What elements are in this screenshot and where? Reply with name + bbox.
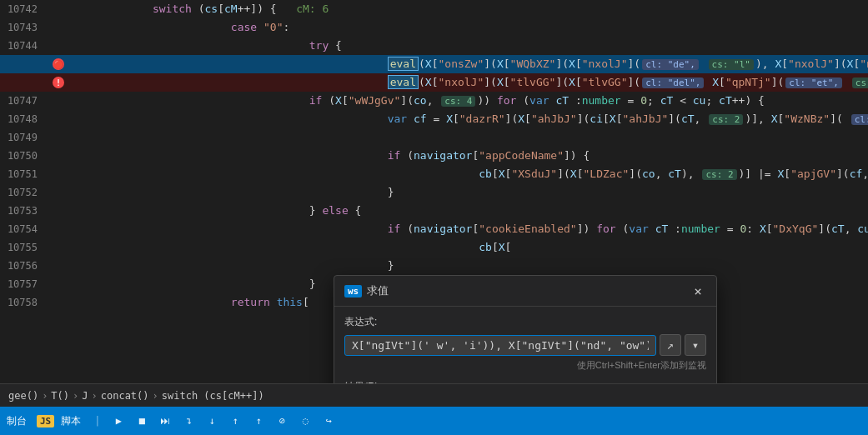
toolbar-js-badge: JS <box>37 415 54 428</box>
code-line-10755: 10755 cb[X[ <box>0 238 868 257</box>
breadcrumb-item-switch[interactable]: switch (cs[cM++]) <box>162 390 264 402</box>
dialog-header: ws 求值 × <box>334 276 716 307</box>
breadcrumb-bar: gee() › T() › J › concat() › switch (cs[… <box>0 383 868 407</box>
code-line-10746: ! eval(X["nxolJ"](X["tlvGG"](X["tlvGG"](… <box>0 73 868 92</box>
toolbar-run-icon[interactable]: ▶ <box>110 412 127 429</box>
breadcrumb-item-j[interactable]: J <box>82 390 88 402</box>
bottom-toolbar: 制台 JS 脚本 | ▶ ■ ⏭ ↴ ↓ ↑ ↑ ⊘ ◌ ↪ <box>0 407 868 435</box>
toolbar-step-over-icon[interactable]: ⏭ <box>157 412 173 429</box>
code-line-10753: 10753 } else { <box>0 202 868 220</box>
ws-badge: ws <box>344 285 362 298</box>
toolbar-step-up2-icon[interactable]: ↑ <box>250 412 267 429</box>
toolbar-label-console: 制台 <box>7 414 27 428</box>
code-line-10754: 10754 if (navigator["cookieEnabled"]) fo… <box>0 220 868 238</box>
code-line-10752: 10752 } <box>0 183 868 202</box>
expr-input[interactable] <box>344 335 656 356</box>
toolbar-step-up-icon[interactable]: ↑ <box>227 412 243 429</box>
toolbar-deactivate-icon[interactable]: ◌ <box>297 412 314 429</box>
code-line-10742: 10742 switch (cs[cM++]) { cM: 6 <box>0 0 868 18</box>
dialog-title-area: ws 求值 <box>344 283 389 298</box>
expand-btn[interactable]: ↗ <box>660 334 681 356</box>
code-line-10750: 10750 if (navigator["appCodeName"]) { <box>0 147 868 165</box>
code-line-10748: 10748 var cf = X["dazrR"](X["ahJbJ"](ci[… <box>0 110 868 128</box>
hint-text: 使用Ctrl+Shift+Enter添加到监视 <box>344 359 706 372</box>
dialog-title: 求值 <box>367 283 389 298</box>
expr-label: 表达式: <box>344 315 706 329</box>
breadcrumb-item-geee[interactable]: gee() <box>8 390 38 402</box>
error-dot-10745: 🔴 <box>53 58 64 70</box>
toolbar-more-icon[interactable]: ↪ <box>320 412 337 429</box>
code-line-10756: 10756 } <box>0 257 868 275</box>
error-dot-10746: ! <box>53 77 64 88</box>
breadcrumb-item-t[interactable]: T() <box>51 390 69 402</box>
toolbar-step-down-icon[interactable]: ↓ <box>203 412 220 429</box>
code-line-10751: 10751 cb[X["XSduJ"](X["LDZac"](co, cT), … <box>0 165 868 183</box>
toolbar-cancel-icon[interactable]: ⊘ <box>273 412 290 429</box>
eval-dialog: ws 求值 × 表达式: ↗ ▾ 使用Ctrl+Shift+Enter添加到监视… <box>334 275 717 383</box>
toolbar-label-script: 脚本 <box>61 414 81 428</box>
code-line-10747: 10747 if (X["wWJgGv"](co, cs: 4)) for (v… <box>0 92 868 110</box>
expr-input-row: ↗ ▾ <box>344 334 706 356</box>
close-button[interactable]: × <box>690 282 706 299</box>
toolbar-stop-icon[interactable]: ■ <box>133 412 150 429</box>
code-line-10745: 🔴 eval(X["onsZw"](X["WQbXZ"](X["nxolJ"](… <box>0 55 868 73</box>
dialog-body: 表达式: ↗ ▾ 使用Ctrl+Shift+Enter添加到监视 结果(R): … <box>334 307 716 383</box>
code-line-10744: 10744 try { <box>0 37 868 55</box>
breadcrumb-item-concat[interactable]: concat() <box>101 390 149 402</box>
code-area: 10742 switch (cs[cM++]) { cM: 6 10743 ca… <box>0 0 868 383</box>
toolbar-step-into-icon[interactable]: ↴ <box>180 412 197 429</box>
code-line-10743: 10743 case "0": <box>0 18 868 37</box>
code-line-10749: 10749 <box>0 128 868 147</box>
result-label: 结果(R): <box>344 380 706 383</box>
dropdown-btn[interactable]: ▾ <box>685 334 706 356</box>
